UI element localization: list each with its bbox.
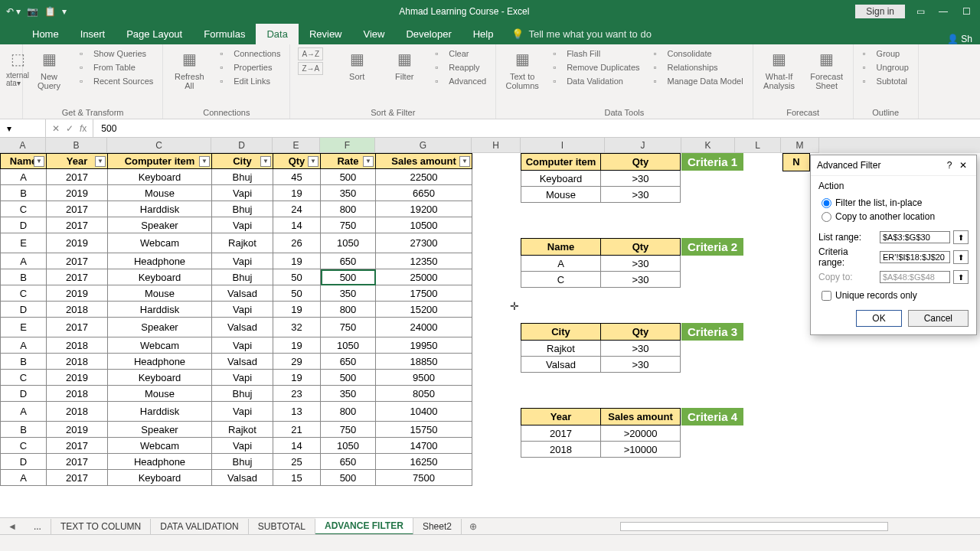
table-row[interactable]: C2019KeyboardVapi195009500 [1, 370, 472, 386]
qat-more-icon[interactable]: ▾ [62, 6, 67, 17]
new-query-button[interactable]: ▦New Query [31, 47, 67, 90]
copy-to-picker-icon[interactable]: ⬆ [953, 270, 969, 284]
cancel-formula-icon[interactable]: ✕ [52, 123, 60, 134]
list-range-input[interactable] [880, 231, 950, 243]
sheet-tab-[interactable]: ... [24, 519, 51, 534]
table-row[interactable]: B2019SpeakerRajkot2175015750 [1, 422, 472, 438]
header-qty[interactable]: Qty▼ [273, 154, 321, 169]
col-header-E[interactable]: E [273, 138, 320, 153]
recent-sources-button[interactable]: ▫Recent Sources [78, 75, 155, 87]
sort-za-button[interactable]: Z→A [298, 62, 323, 75]
ribbon-options-icon[interactable]: ▭ [913, 6, 928, 17]
from-table-button[interactable]: ▫From Table [78, 61, 155, 73]
unique-records-checkbox[interactable]: Unique records only [818, 289, 969, 302]
header-city[interactable]: City▼ [212, 154, 273, 169]
tab-page-layout[interactable]: Page Layout [116, 24, 193, 44]
column-headers[interactable]: ABCDEFGHIJKLM [0, 138, 980, 153]
tab-formulas[interactable]: Formulas [193, 24, 256, 44]
col-header-J[interactable]: J [605, 138, 681, 153]
col-header-D[interactable]: D [211, 138, 273, 153]
filter-dropdown-icon[interactable]: ▼ [308, 156, 318, 167]
fx-icon[interactable]: fx [80, 123, 87, 134]
filter-dropdown-icon[interactable]: ▼ [34, 156, 44, 167]
ungroup-button[interactable]: ▫Ungroup [861, 61, 910, 73]
tab-insert[interactable]: Insert [70, 24, 116, 44]
maximize-icon[interactable]: ☐ [959, 6, 974, 17]
table-row[interactable]: D2018MouseBhuj233508050 [1, 386, 472, 402]
new-sheet-button[interactable]: ⊕ [462, 519, 485, 534]
table-row[interactable]: A2017HeadphoneVapi1965012350 [1, 253, 472, 269]
col-header-A[interactable]: A [0, 138, 46, 153]
col-header-H[interactable]: H [472, 138, 521, 153]
filter-dropdown-icon[interactable]: ▼ [459, 156, 470, 167]
manage-data-model-button[interactable]: ▫Manage Data Model [652, 75, 745, 87]
relationships-button[interactable]: ▫Relationships [652, 61, 745, 73]
table-row[interactable]: E2019WebcamRajkot26105027300 [1, 233, 472, 253]
table-row[interactable]: A2018HarddiskVapi1380010400 [1, 402, 472, 422]
signin-button[interactable]: Sign in [855, 5, 905, 18]
tab-view[interactable]: View [353, 24, 396, 44]
tab-data[interactable]: Data [256, 24, 298, 44]
sheet-tab-data-validation[interactable]: DATA VALIDATION [151, 519, 248, 534]
clear-button[interactable]: ▫Clear [433, 47, 488, 60]
table-row[interactable]: C2019MouseValsad5035017500 [1, 285, 472, 302]
refresh-all-button[interactable]: ▦Refresh All [171, 47, 207, 90]
table-row[interactable]: D2017SpeakerVapi1475010500 [1, 217, 472, 233]
tab-review[interactable]: Review [299, 24, 353, 44]
copy-location-radio[interactable]: Copy to another location [818, 210, 969, 223]
criteria-range-picker-icon[interactable]: ⬆ [953, 250, 969, 264]
table-row[interactable]: C2017HarddiskBhuj2480019200 [1, 201, 472, 217]
subtotal-button[interactable]: ▫Subtotal [861, 75, 910, 87]
table-row[interactable]: A2017KeyboardBhuj4550022500 [1, 169, 472, 185]
sheet-tab-advance-filter[interactable]: ADVANCE FILTER [315, 518, 413, 535]
criteria-table-3[interactable]: CityQtyRajkot>30Valsad>30 [521, 323, 681, 373]
criteria-table-2[interactable]: NameQtyA>30C>30 [521, 238, 681, 288]
copy-to-input[interactable] [880, 271, 950, 283]
col-header-M[interactable]: M [781, 138, 819, 153]
data-validation-button[interactable]: ▫Data Validation [551, 75, 641, 87]
tab-developer[interactable]: Developer [395, 24, 462, 44]
connections-button[interactable]: ▫Connections [218, 47, 282, 60]
header-name[interactable]: Name▼ [1, 154, 47, 169]
col-header-F[interactable]: F [320, 138, 375, 153]
sheet-tab-sheet2[interactable]: Sheet2 [413, 519, 462, 534]
col-header-I[interactable]: I [521, 138, 605, 153]
col-header-B[interactable]: B [46, 138, 107, 153]
table-row[interactable]: B2019MouseVapi193506650 [1, 185, 472, 201]
col-header-K[interactable]: K [681, 138, 735, 153]
sort-button[interactable]: ▦Sort [338, 47, 375, 81]
filter-dropdown-icon[interactable]: ▼ [199, 156, 210, 167]
reapply-button[interactable]: ▫Reapply [433, 61, 488, 73]
table-row[interactable]: E2017SpeakerValsad3275024000 [1, 318, 472, 337]
tab-help[interactable]: Help [462, 24, 505, 44]
header-year[interactable]: Year▼ [47, 154, 108, 169]
properties-button[interactable]: ▫Properties [218, 61, 282, 73]
criteria-range-input[interactable] [880, 251, 950, 263]
table-row[interactable]: A2018WebcamVapi19105019950 [1, 337, 472, 354]
list-range-picker-icon[interactable]: ⬆ [953, 230, 969, 244]
table-row[interactable]: D2017HeadphoneBhuj2565016250 [1, 454, 472, 470]
filter-dropdown-icon[interactable]: ▼ [95, 156, 106, 167]
undo-icon[interactable]: ↶ ▾ [6, 6, 21, 17]
tellme-text[interactable]: Tell me what you want to do [528, 28, 651, 40]
table-row[interactable]: B2017KeyboardBhuj5050025000 [1, 269, 472, 285]
col-header-G[interactable]: G [375, 138, 472, 153]
filter-inplace-radio[interactable]: Filter the list, in-place [818, 196, 969, 210]
sheet-nav-prev[interactable]: ◄ [0, 521, 24, 532]
header-sales-amount[interactable]: Sales amount▼ [376, 154, 472, 169]
col-header-C[interactable]: C [107, 138, 211, 153]
table-row[interactable]: C2017WebcamVapi14105014700 [1, 438, 472, 454]
paste-icon[interactable]: 📋 [44, 6, 56, 17]
share-icon[interactable]: 👤 Sh [947, 34, 972, 44]
formula-value[interactable]: 500 [93, 123, 124, 134]
header-rate[interactable]: Rate▼ [321, 154, 376, 169]
sort-az-button[interactable]: A→Z [298, 47, 323, 60]
what-if-analysis-button[interactable]: ▦What-If Analysis [761, 47, 798, 90]
cancel-button[interactable]: Cancel [908, 310, 969, 327]
data-table[interactable]: Name▼Year▼Computer item▼City▼Qty▼Rate▼Sa… [0, 153, 472, 486]
sheet-tab-subtotal[interactable]: SUBTOTAL [249, 519, 315, 534]
text-to-columns-button[interactable]: ▦Text to Columns [504, 47, 541, 90]
horizontal-scrollbar[interactable] [620, 522, 888, 531]
criteria-table-1[interactable]: Computer itemQtyKeyboard>30Mouse>30 [521, 153, 681, 203]
minimize-icon[interactable]: — [936, 6, 951, 17]
